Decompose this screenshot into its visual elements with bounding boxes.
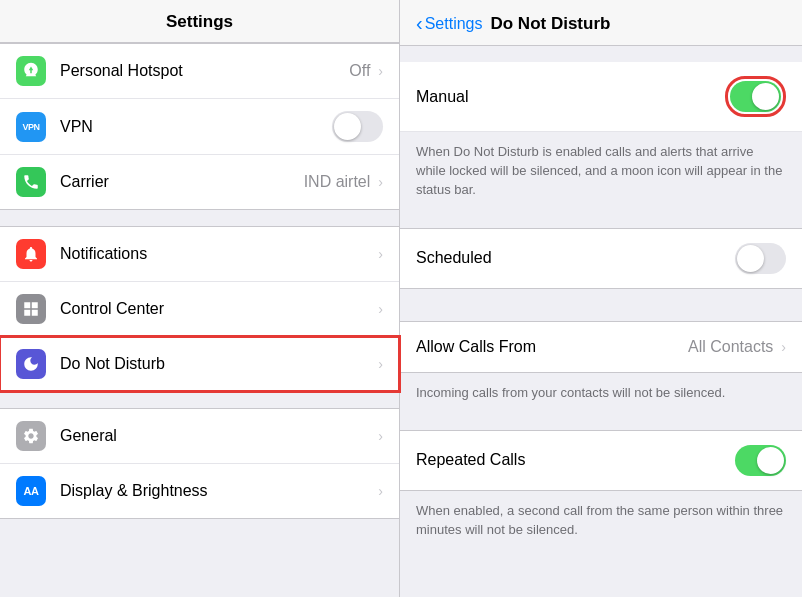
personal-hotspot-icon xyxy=(16,56,46,86)
repeated-calls-description: When enabled, a second call from the sam… xyxy=(416,503,783,537)
repeated-calls-section: Repeated Calls xyxy=(400,430,802,491)
settings-panel: Settings Personal Hotspot Off › VPN VPN … xyxy=(0,0,400,597)
manual-description: When Do Not Disturb is enabled calls and… xyxy=(416,144,782,197)
scheduled-section: Scheduled xyxy=(400,228,802,289)
settings-group-system: Notifications › Control Center › Do Not … xyxy=(0,226,399,392)
control-center-icon xyxy=(16,294,46,324)
allow-calls-section: Allow Calls From All Contacts › Incoming… xyxy=(400,305,802,414)
settings-item-vpn[interactable]: VPN VPN xyxy=(0,99,399,155)
control-center-label: Control Center xyxy=(60,300,376,318)
allow-calls-group: Allow Calls From All Contacts › xyxy=(400,321,802,373)
display-brightness-chevron: › xyxy=(378,483,383,499)
control-center-chevron: › xyxy=(378,301,383,317)
settings-group-display: General › AA Display & Brightness › xyxy=(0,408,399,519)
notifications-label: Notifications xyxy=(60,245,376,263)
back-button[interactable]: ‹ Settings xyxy=(416,12,482,35)
repeated-calls-toggle[interactable] xyxy=(735,445,786,476)
carrier-label: Carrier xyxy=(60,173,304,191)
allow-calls-row[interactable]: Allow Calls From All Contacts › xyxy=(400,322,802,372)
manual-label: Manual xyxy=(416,88,725,106)
allow-calls-description-block: Incoming calls from your contacts will n… xyxy=(400,373,802,414)
allow-calls-value: All Contacts xyxy=(688,338,773,356)
repeated-calls-description-block: When enabled, a second call from the sam… xyxy=(400,491,802,551)
notifications-chevron: › xyxy=(378,246,383,262)
settings-item-control-center[interactable]: Control Center › xyxy=(0,282,399,337)
general-chevron: › xyxy=(378,428,383,444)
settings-header: Settings xyxy=(0,0,399,43)
notifications-icon xyxy=(16,239,46,269)
settings-item-do-not-disturb[interactable]: Do Not Disturb › xyxy=(0,337,399,391)
repeated-calls-label: Repeated Calls xyxy=(416,451,735,469)
do-not-disturb-detail-panel: ‹ Settings Do Not Disturb Manual When Do… xyxy=(400,0,802,597)
detail-title: Do Not Disturb xyxy=(490,14,610,34)
scheduled-toggle[interactable] xyxy=(735,243,786,274)
allow-calls-chevron: › xyxy=(781,339,786,355)
settings-item-personal-hotspot[interactable]: Personal Hotspot Off › xyxy=(0,44,399,99)
personal-hotspot-label: Personal Hotspot xyxy=(60,62,349,80)
display-brightness-icon: AA xyxy=(16,476,46,506)
carrier-icon xyxy=(16,167,46,197)
repeated-calls-row[interactable]: Repeated Calls xyxy=(400,431,802,490)
general-icon xyxy=(16,421,46,451)
settings-item-notifications[interactable]: Notifications › xyxy=(0,227,399,282)
settings-group-network: Personal Hotspot Off › VPN VPN Carrier I… xyxy=(0,43,399,210)
personal-hotspot-chevron: › xyxy=(378,63,383,79)
do-not-disturb-icon xyxy=(16,349,46,379)
allow-calls-label: Allow Calls From xyxy=(416,338,688,356)
settings-title: Settings xyxy=(166,12,233,31)
manual-section: Manual When Do Not Disturb is enabled ca… xyxy=(400,62,802,212)
personal-hotspot-value: Off xyxy=(349,62,370,80)
display-brightness-label: Display & Brightness xyxy=(60,482,376,500)
do-not-disturb-chevron: › xyxy=(378,356,383,372)
settings-item-carrier[interactable]: Carrier IND airtel › xyxy=(0,155,399,209)
back-chevron-icon: ‹ xyxy=(416,12,423,35)
allow-calls-description: Incoming calls from your contacts will n… xyxy=(416,385,725,400)
scheduled-label: Scheduled xyxy=(416,249,735,267)
vpn-label: VPN xyxy=(60,118,332,136)
detail-header: ‹ Settings Do Not Disturb xyxy=(400,0,802,46)
manual-toggle[interactable] xyxy=(730,81,781,112)
scheduled-row[interactable]: Scheduled xyxy=(400,229,802,288)
manual-row[interactable]: Manual xyxy=(400,62,802,132)
general-label: General xyxy=(60,427,376,445)
do-not-disturb-label: Do Not Disturb xyxy=(60,355,376,373)
settings-item-display-brightness[interactable]: AA Display & Brightness › xyxy=(0,464,399,518)
manual-description-block: When Do Not Disturb is enabled calls and… xyxy=(400,132,802,212)
carrier-chevron: › xyxy=(378,174,383,190)
vpn-icon: VPN xyxy=(16,112,46,142)
manual-toggle-highlight xyxy=(725,76,786,117)
vpn-toggle[interactable] xyxy=(332,111,383,142)
carrier-value: IND airtel xyxy=(304,173,371,191)
back-label: Settings xyxy=(425,15,483,33)
settings-item-general[interactable]: General › xyxy=(0,409,399,464)
